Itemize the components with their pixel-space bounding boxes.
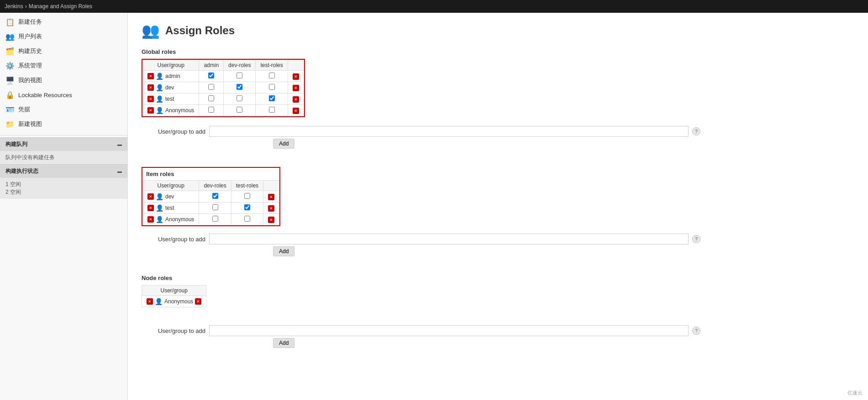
item-anon-test-check[interactable] <box>231 214 263 225</box>
node-add-btn-row: Add <box>209 338 854 357</box>
global-username-anonymous: Anonymous <box>165 107 194 114</box>
cb-global-admin-admin[interactable] <box>208 73 214 78</box>
lockable-resources-icon: 🔒 <box>5 90 15 99</box>
delete-node-anonymous[interactable]: ✕ <box>147 298 153 305</box>
cb-global-dev-admin[interactable] <box>208 84 214 90</box>
cb-global-anon-test[interactable] <box>269 107 275 113</box>
global-dev-test-check[interactable] <box>256 82 288 94</box>
item-username-dev: dev <box>165 193 174 200</box>
global-test-test-check[interactable] <box>256 94 288 105</box>
cb-global-anon-admin[interactable] <box>208 107 214 113</box>
node-roles-table: User/group ✕ 👤 Anonymous ✕ <box>142 285 206 307</box>
node-username-anonymous: Anonymous <box>164 298 193 305</box>
sidebar-label-my-views: 我的视图 <box>18 76 42 84</box>
global-test-dev-check[interactable] <box>224 94 256 105</box>
delete-item-test-right[interactable]: ✕ <box>268 205 274 212</box>
global-anon-test-check[interactable] <box>256 105 288 116</box>
cb-global-test-dev[interactable] <box>237 95 242 101</box>
sidebar-item-lockable-resources[interactable]: 🔒 Lockable Resources <box>0 88 127 102</box>
item-test-dev-check[interactable] <box>199 203 231 214</box>
global-test-admin-check[interactable] <box>199 94 224 105</box>
breadcrumb-jenkins[interactable]: Jenkins <box>5 3 23 10</box>
cb-item-anon-dev[interactable] <box>212 216 218 222</box>
cb-item-anon-test[interactable] <box>244 216 250 222</box>
item-dev-dev-check[interactable] <box>199 191 231 203</box>
cb-global-test-test[interactable] <box>269 95 275 101</box>
cb-global-dev-dev[interactable] <box>237 84 242 90</box>
build-queue-empty: 队列中没有构建任务 <box>5 154 55 161</box>
global-anon-dev-check[interactable] <box>224 105 256 116</box>
delete-item-test[interactable]: ✕ <box>147 205 154 211</box>
global-add-help-icon[interactable]: ? <box>692 127 700 135</box>
global-admin-admin-check[interactable] <box>199 71 224 82</box>
global-col-user: User/group <box>143 60 199 71</box>
new-view-icon: 📁 <box>5 119 15 129</box>
cb-item-dev-test[interactable] <box>244 193 250 199</box>
build-status-content: 1 空闲 2 空闲 <box>0 178 127 199</box>
delete-global-anon-right[interactable]: ✕ <box>293 108 299 114</box>
node-add-input[interactable] <box>209 325 689 336</box>
sidebar-item-system-manage[interactable]: ⚙️ 系统管理 <box>0 58 127 73</box>
delete-global-dev-right[interactable]: ✕ <box>293 85 299 91</box>
item-add-button[interactable]: Add <box>273 246 295 256</box>
delete-node-anonymous-right[interactable]: ✕ <box>195 298 201 305</box>
table-row: ✕ 👤 test ✕ <box>143 203 279 214</box>
delete-global-admin-right[interactable]: ✕ <box>293 73 299 80</box>
my-views-icon: 🖥️ <box>5 76 15 85</box>
topbar: Jenkins › Manage and Assign Roles <box>0 0 868 13</box>
cb-item-dev-dev[interactable] <box>212 193 218 199</box>
global-add-button[interactable]: Add <box>273 139 295 149</box>
item-anon-dev-check[interactable] <box>199 214 231 225</box>
item-add-input[interactable] <box>209 234 689 244</box>
build-queue-collapse[interactable]: ▬ <box>117 142 122 147</box>
global-add-input[interactable] <box>209 126 689 137</box>
node-add-help-icon[interactable]: ? <box>692 327 700 335</box>
global-user-admin: ✕ 👤 admin <box>143 71 199 82</box>
cb-global-admin-test[interactable] <box>269 73 275 78</box>
delete-global-test-right[interactable]: ✕ <box>293 96 299 103</box>
delete-item-anonymous[interactable]: ✕ <box>147 216 154 223</box>
global-roles-table: User/group admin dev-roles test-roles ✕ <box>142 60 304 116</box>
delete-item-dev[interactable]: ✕ <box>147 193 154 200</box>
item-add-help-icon[interactable]: ? <box>692 235 700 243</box>
global-username-admin: admin <box>165 73 180 79</box>
sidebar-item-new-view[interactable]: 📁 新建视图 <box>0 117 127 131</box>
delete-global-admin[interactable]: ✕ <box>147 73 154 79</box>
delete-global-test[interactable]: ✕ <box>147 96 154 102</box>
global-admin-del: ✕ <box>288 71 304 82</box>
node-user-anonymous: ✕ 👤 Anonymous ✕ <box>142 296 206 307</box>
cb-global-test-admin[interactable] <box>208 95 214 101</box>
build-status-collapse[interactable]: ▬ <box>117 169 122 174</box>
cb-global-admin-dev[interactable] <box>237 73 242 78</box>
cb-item-test-test[interactable] <box>244 204 250 210</box>
build-history-icon: 🗂️ <box>5 47 15 56</box>
table-row: ✕ 👤 Anonymous ✕ <box>143 214 279 225</box>
table-row: ✕ 👤 Anonymous ✕ <box>142 296 206 307</box>
global-admin-test-check[interactable] <box>256 71 288 82</box>
global-admin-dev-check[interactable] <box>224 71 256 82</box>
global-add-label: User/group to add <box>142 128 205 135</box>
sidebar-item-new-task[interactable]: 📋 新建任务 <box>0 15 127 29</box>
delete-item-dev-right[interactable]: ✕ <box>268 194 274 200</box>
sidebar-item-user-list[interactable]: 👥 用户列表 <box>0 29 127 44</box>
cb-global-anon-dev[interactable] <box>237 107 242 113</box>
sidebar-item-credentials[interactable]: 🪪 凭据 <box>0 102 127 117</box>
delete-item-anon-right[interactable]: ✕ <box>268 217 274 223</box>
global-dev-dev-check[interactable] <box>224 82 256 94</box>
delete-global-anonymous[interactable]: ✕ <box>147 107 154 114</box>
node-add-button[interactable]: Add <box>273 338 295 348</box>
cb-global-dev-test[interactable] <box>269 84 275 90</box>
item-col-test-roles: test-roles <box>231 181 263 191</box>
global-dev-admin-check[interactable] <box>199 82 224 94</box>
cb-item-test-dev[interactable] <box>212 204 218 210</box>
item-dev-test-check[interactable] <box>231 191 263 203</box>
sidebar-item-build-history[interactable]: 🗂️ 构建历史 <box>0 44 127 58</box>
sidebar-item-my-views[interactable]: 🖥️ 我的视图 <box>0 73 127 88</box>
global-col-delete <box>288 60 304 71</box>
item-test-test-check[interactable] <box>231 203 263 214</box>
global-anon-admin-check[interactable] <box>199 105 224 116</box>
delete-global-dev[interactable]: ✕ <box>147 84 154 91</box>
build-status-header[interactable]: 构建执行状态 ▬ <box>0 165 127 178</box>
item-username-anonymous: Anonymous <box>165 216 194 223</box>
build-queue-header[interactable]: 构建队列 ▬ <box>0 138 127 151</box>
